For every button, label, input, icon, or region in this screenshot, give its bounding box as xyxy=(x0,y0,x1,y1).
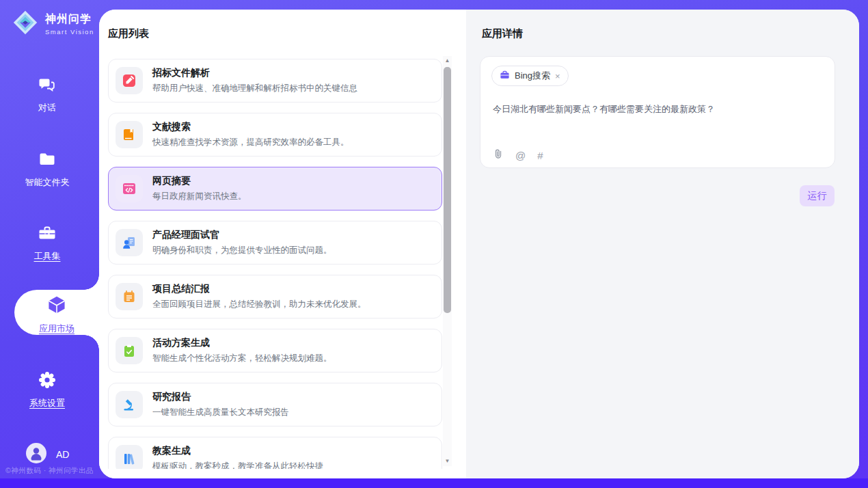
attachment-toolbar: @ # xyxy=(493,148,543,162)
book-icon xyxy=(122,127,137,142)
interview-icon xyxy=(122,235,137,250)
copyright-footer: ©神州数码 · 神州问学出品 xyxy=(5,466,94,476)
folder-icon xyxy=(38,150,57,169)
app-icon-tile xyxy=(116,337,143,364)
scrollbar[interactable]: ▲ ▼ xyxy=(443,56,452,466)
sidebar-item-label: 智能文件夹 xyxy=(0,176,94,189)
app-desc: 智能生成个性化活动方案，轻松解决规划难题。 xyxy=(152,353,332,364)
app-card-web-summary[interactable]: 网页摘要 每日政府新闻资讯快查。 xyxy=(108,167,442,211)
microscope-icon xyxy=(122,397,137,412)
brand-subtitle: Smart Vision xyxy=(45,28,94,36)
cube-icon xyxy=(46,306,67,317)
browser-code-icon xyxy=(122,181,137,196)
user-name: AD xyxy=(56,449,69,460)
app-card-project-summary[interactable]: 项目总结汇报 全面回顾项目进展，总结经验教训，助力未来优化发展。 xyxy=(108,275,442,318)
books-icon xyxy=(122,451,137,466)
app-title: 文献搜索 xyxy=(152,121,349,133)
hash-icon[interactable]: # xyxy=(537,150,543,161)
main-content: 应用列表 招标文件解析 帮助用户快速 xyxy=(99,10,859,478)
app-desc: 每日政府新闻资讯快查。 xyxy=(152,191,247,202)
brand-name: 神州问学 xyxy=(45,13,92,25)
app-desc: 帮助用户快速、准确地理解和解析招标书中的关键信息 xyxy=(152,83,357,94)
paperclip-icon[interactable] xyxy=(493,148,504,162)
app-icon-tile xyxy=(116,391,143,418)
scroll-up-arrow[interactable]: ▲ xyxy=(443,56,452,66)
app-card-event-plan[interactable]: 活动方案生成 智能生成个性化活动方案，轻松解决规划难题。 xyxy=(108,329,442,372)
app-input-card: Bing搜索 × 今日湖北有哪些新闻要点？有哪些需要关注的最新政策？ @ # xyxy=(480,56,835,168)
app-desc: 明确身份和职责，为您提供专业性的面试问题。 xyxy=(152,245,332,256)
app-detail-panel: 应用详情 Bing搜索 × 今日湖北有哪些新闻要点？有哪些需要关注的最新政策？ xyxy=(466,10,859,478)
bottom-accent-bar xyxy=(0,478,868,488)
app-card-bid-parse[interactable]: 招标文件解析 帮助用户快速、准确地理解和解析招标书中的关键信息 xyxy=(108,59,442,103)
brand-logo: 神州问学 Smart Vision xyxy=(11,8,94,40)
app-desc: 模板驱动，教案秒成，教学准备从此轻松快捷 xyxy=(152,461,323,469)
app-title: 招标文件解析 xyxy=(152,67,357,79)
app-desc: 一键智能生成高质量长文本研究报告 xyxy=(152,407,289,418)
sidebar-item-label: 对话 xyxy=(0,102,94,114)
tool-chip-bing-search[interactable]: Bing搜索 × xyxy=(491,66,569,86)
sidebar-item-toolset[interactable]: 工具集 xyxy=(0,223,94,262)
user-account[interactable]: AD xyxy=(26,443,69,466)
app-icon-tile xyxy=(116,175,143,202)
diamond-logo-icon xyxy=(11,8,40,40)
sidebar-item-smart-folder[interactable]: 智能文件夹 xyxy=(0,150,94,189)
query-input[interactable]: 今日湖北有哪些新闻要点？有哪些需要关注的最新政策？ xyxy=(493,103,821,116)
app-desc: 快速精准查找学术资源，提高研究效率的必备工具。 xyxy=(152,137,349,148)
app-list-title: 应用列表 xyxy=(108,27,149,40)
app-card-pm-interviewer[interactable]: 产品经理面试官 明确身份和职责，为您提供专业性的面试问题。 xyxy=(108,221,442,265)
report-icon xyxy=(122,289,137,304)
app-icon-tile xyxy=(116,283,143,310)
sidebar-item-label: 工具集 xyxy=(0,250,94,262)
sidebar-item-settings[interactable]: 系统设置 xyxy=(0,370,94,409)
briefcase-icon xyxy=(500,70,510,83)
at-icon[interactable]: @ xyxy=(515,150,526,161)
app-title: 研究报告 xyxy=(152,391,289,403)
avatar xyxy=(26,443,46,466)
app-desc: 全面回顾项目进展，总结经验教训，助力未来优化发展。 xyxy=(152,299,366,310)
app-window: 神州问学 Smart Vision 对话 智能文件夹 xyxy=(0,0,868,488)
scrollbar-thumb[interactable] xyxy=(444,67,451,313)
app-title: 教案生成 xyxy=(152,445,323,457)
app-card-lesson-plan[interactable]: 教案生成 模板驱动，教案秒成，教学准备从此轻松快捷 xyxy=(108,437,442,469)
app-card-literature-search[interactable]: 文献搜索 快速精准查找学术资源，提高研究效率的必备工具。 xyxy=(108,113,442,157)
app-title: 活动方案生成 xyxy=(152,337,332,349)
sidebar-item-app-market[interactable]: 应用市场 xyxy=(14,290,99,335)
app-icon-tile xyxy=(116,121,143,148)
app-icon-tile xyxy=(116,229,143,256)
tool-chip-label: Bing搜索 xyxy=(515,70,550,82)
chat-icon xyxy=(38,75,57,94)
gear-icon xyxy=(38,370,57,390)
toolbox-icon xyxy=(38,223,57,243)
app-card-research-report[interactable]: 研究报告 一键智能生成高质量长文本研究报告 xyxy=(108,383,442,426)
scroll-down-arrow[interactable]: ▼ xyxy=(443,457,452,466)
close-icon[interactable]: × xyxy=(555,71,560,81)
sidebar-item-label: 系统设置 xyxy=(0,397,94,409)
app-title: 产品经理面试官 xyxy=(152,229,332,241)
app-title: 网页摘要 xyxy=(152,175,247,187)
app-detail-title: 应用详情 xyxy=(482,27,523,40)
clipboard-icon xyxy=(122,343,137,358)
sidebar-item-label: 应用市场 xyxy=(14,323,99,335)
sidebar-item-chat[interactable]: 对话 xyxy=(0,75,94,114)
run-button[interactable]: 运行 xyxy=(800,185,835,206)
sidebar: 神州问学 Smart Vision 对话 智能文件夹 xyxy=(0,0,99,488)
app-list: 招标文件解析 帮助用户快速、准确地理解和解析招标书中的关键信息 xyxy=(108,59,442,469)
app-icon-tile xyxy=(116,67,143,94)
app-list-panel: 应用列表 招标文件解析 帮助用户快速 xyxy=(99,10,466,478)
app-title: 项目总结汇报 xyxy=(152,283,366,295)
edit-icon xyxy=(122,73,137,88)
app-icon-tile xyxy=(116,445,143,469)
